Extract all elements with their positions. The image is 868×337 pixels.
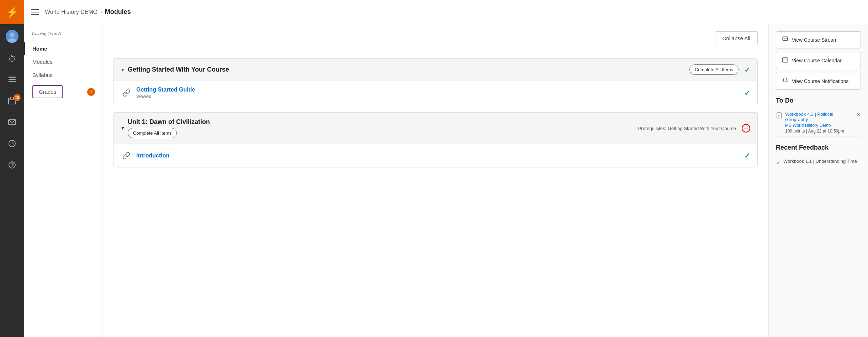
- module-item-getting-started-guide: Getting Started Guide Viewed ✓: [113, 81, 757, 105]
- top-header: World History DEMO › Modules: [24, 0, 868, 24]
- view-course-stream-label: View Course Stream: [792, 37, 837, 43]
- stream-icon: [782, 36, 788, 44]
- modules-divider: [113, 51, 758, 51]
- item-title-introduction[interactable]: Introduction: [136, 152, 737, 159]
- sidebar-item-modules[interactable]: Modules: [24, 55, 102, 68]
- todo-item-workbook43: Workbook 4.3 | Political Geography MS Wo…: [776, 109, 861, 137]
- dashboard-icon: ⏱: [8, 55, 16, 64]
- left-nav: Training Term A Home Modules Syllabus Gr…: [24, 24, 102, 337]
- grades-notification-badge: 1: [87, 88, 95, 96]
- module-unit1-actions: Prerequisites: Getting Started With Your…: [638, 124, 750, 133]
- module-getting-started-title: Getting Started With Your Course: [128, 66, 229, 73]
- module-getting-started: ▼ Getting Started With Your Course Compl…: [113, 58, 758, 105]
- item-info: Getting Started Guide Viewed: [136, 87, 737, 99]
- svg-rect-17: [783, 58, 788, 62]
- sidebar-item-account[interactable]: [0, 24, 24, 48]
- avatar: [6, 30, 18, 43]
- sidebar-item-grades[interactable]: Grades 1: [24, 82, 102, 102]
- unit1-complete-all-button[interactable]: Complete All Items: [128, 128, 177, 138]
- inbox-icon: [8, 118, 16, 129]
- grades-highlight-box[interactable]: Grades: [32, 85, 63, 98]
- sidebar-item-inbox[interactable]: [0, 113, 24, 134]
- module-title-area: ▼ Getting Started With Your Course: [121, 66, 229, 73]
- todo-section-title: To Do: [776, 97, 861, 104]
- breadcrumb-current: Modules: [105, 8, 131, 16]
- module-complete-check: ✓: [744, 66, 750, 74]
- introduction-info: Introduction: [136, 152, 737, 159]
- courses-icon: [8, 75, 16, 86]
- main-container: World History DEMO › Modules Training Te…: [24, 0, 868, 337]
- introduction-check-icon: ✓: [744, 152, 750, 160]
- right-panel: View Course Stream View Course Calendar …: [768, 24, 868, 337]
- todo-meta: 100 points | Aug 22 at 10:59pm: [785, 129, 853, 134]
- prerequisites-text: Prerequisites: Getting Started With Your…: [638, 126, 736, 131]
- module-actions: Complete All Items ✓: [689, 64, 750, 75]
- collapse-all-button[interactable]: Collapse All: [715, 31, 758, 45]
- sidebar-item-history[interactable]: [0, 134, 24, 155]
- feedback-workbook11-text[interactable]: Workbook 1.1 | Understanding Time: [783, 159, 857, 164]
- svg-point-13: [12, 167, 12, 167]
- sidebar-item-calendar[interactable]: 13: [0, 91, 24, 113]
- svg-rect-4: [9, 79, 16, 80]
- svg-rect-3: [9, 77, 16, 78]
- view-course-calendar-button[interactable]: View Course Calendar: [776, 52, 861, 69]
- item-status-complete: ✓: [737, 89, 750, 97]
- sidebar-item-home[interactable]: Home: [24, 42, 102, 55]
- content-body: Training Term A Home Modules Syllabus Gr…: [24, 24, 868, 337]
- module-unit1-toggle[interactable]: ▼: [121, 126, 125, 131]
- todo-content: Workbook 4.3 | Political Geography MS Wo…: [785, 112, 853, 134]
- view-course-notifications-label: View Course Notifications: [792, 78, 848, 84]
- complete-all-button[interactable]: Complete All Items: [689, 64, 739, 75]
- lightning-icon: ⚡: [6, 6, 18, 18]
- todo-close-button[interactable]: ✕: [856, 112, 861, 118]
- sidebar-item-help[interactable]: [0, 155, 24, 177]
- module-item-introduction: Introduction ✓: [113, 144, 757, 167]
- feedback-check-icon: ✓: [776, 159, 780, 166]
- sidebar-logo[interactable]: ⚡: [0, 0, 24, 24]
- svg-rect-5: [9, 81, 16, 82]
- notifications-icon: [782, 77, 788, 85]
- modules-top-bar: Collapse All: [113, 31, 758, 45]
- module-locked-icon: —: [742, 124, 750, 133]
- module-unit1: ▼ Unit 1: Dawn of Civilization Complete …: [113, 112, 758, 167]
- todo-workbook43-link[interactable]: Workbook 4.3 | Political Geography: [785, 112, 853, 122]
- item-check-icon: ✓: [744, 89, 750, 97]
- hamburger-menu[interactable]: [31, 9, 39, 15]
- module-unit1-header: ▼ Unit 1: Dawn of Civilization Complete …: [113, 113, 757, 144]
- feedback-section-title: Recent Feedback: [776, 144, 861, 151]
- sidebar: ⚡ ⏱ 13: [0, 0, 24, 337]
- sidebar-item-syllabus[interactable]: Syllabus: [24, 68, 102, 82]
- feedback-item-workbook11: ✓ Workbook 1.1 | Understanding Time: [776, 156, 861, 169]
- module-getting-started-header: ▼ Getting Started With Your Course Compl…: [113, 59, 757, 81]
- calendar-badge: 13: [14, 94, 21, 101]
- breadcrumb-course[interactable]: World History DEMO: [45, 9, 97, 15]
- module-unit1-title: Unit 1: Dawn of Civilization: [128, 118, 210, 126]
- history-icon: [8, 139, 16, 150]
- sidebar-item-courses[interactable]: [0, 70, 24, 91]
- introduction-link-icon: [121, 150, 132, 161]
- item-subtitle-viewed: Viewed: [136, 94, 737, 99]
- grades-container: Grades 1: [32, 85, 95, 98]
- help-icon: [8, 161, 16, 171]
- sidebar-item-dashboard[interactable]: ⏱: [0, 48, 24, 70]
- module-unit1-title-area: ▼ Unit 1: Dawn of Civilization Complete …: [121, 118, 210, 138]
- training-term: Training Term A: [24, 31, 102, 42]
- modules-area: Collapse All ▼ Getting Started With Your…: [102, 24, 768, 337]
- view-course-stream-button[interactable]: View Course Stream: [776, 31, 861, 48]
- breadcrumb: World History DEMO › Modules: [45, 8, 131, 16]
- svg-rect-14: [783, 37, 788, 41]
- introduction-status: ✓: [737, 151, 750, 160]
- svg-point-1: [10, 32, 15, 37]
- module-unit1-title-group: Unit 1: Dawn of Civilization Complete Al…: [128, 118, 210, 138]
- todo-course-name: MS World History Demo: [785, 123, 853, 128]
- breadcrumb-separator: ›: [100, 9, 102, 15]
- view-course-notifications-button[interactable]: View Course Notifications: [776, 73, 861, 90]
- link-icon: [121, 87, 132, 99]
- todo-assignment-icon: [776, 112, 782, 120]
- view-course-calendar-label: View Course Calendar: [792, 58, 842, 63]
- calendar-action-icon: [782, 57, 788, 64]
- grades-label: Grades: [39, 89, 56, 95]
- module-toggle-icon[interactable]: ▼: [121, 67, 125, 72]
- item-title-getting-started-guide[interactable]: Getting Started Guide: [136, 87, 737, 93]
